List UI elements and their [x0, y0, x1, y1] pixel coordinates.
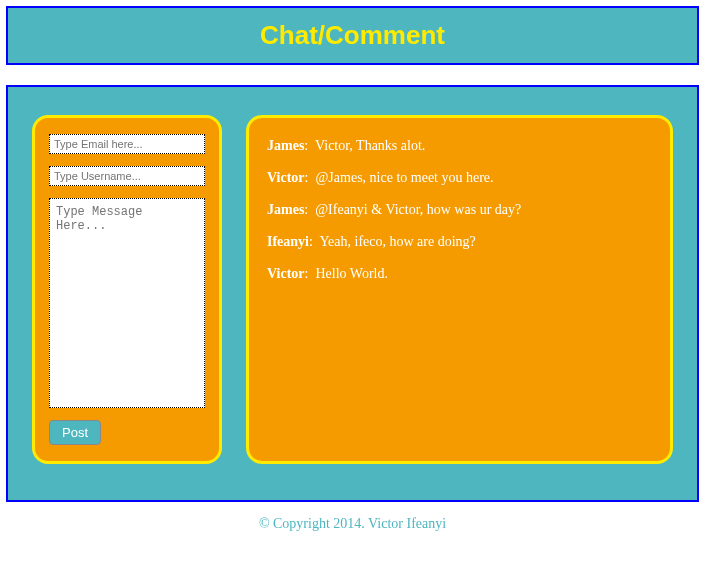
message-item: Ifeanyi: Yeah, ifeco, how are doing? — [267, 234, 652, 250]
email-field[interactable] — [49, 134, 205, 154]
post-button[interactable]: Post — [49, 420, 101, 445]
message-item: Victor: @James, nice to meet you here. — [267, 170, 652, 186]
message-item: James: @Ifeanyi & Victor, how was ur day… — [267, 202, 652, 218]
message-text: Hello World. — [315, 266, 388, 281]
footer: © Copyright 2014. Victor Ifeanyi — [6, 502, 699, 538]
message-text: @Ifeanyi & Victor, how was ur day? — [315, 202, 521, 217]
message-text: Yeah, ifeco, how are doing? — [319, 234, 475, 249]
message-item: James: Victor, Thanks alot. — [267, 138, 652, 154]
message-text: @James, nice to meet you here. — [315, 170, 493, 185]
page-title: Chat/Comment — [8, 20, 697, 51]
header-bar: Chat/Comment — [6, 6, 699, 65]
message-author: James — [267, 138, 304, 153]
message-author: Victor — [267, 266, 305, 281]
compose-panel: Post — [32, 115, 222, 464]
message-item: Victor: Hello World. — [267, 266, 652, 282]
username-field[interactable] — [49, 166, 205, 186]
message-author: James — [267, 202, 304, 217]
message-text: Victor, Thanks alot. — [315, 138, 425, 153]
message-author: Ifeanyi — [267, 234, 309, 249]
copyright-text: © Copyright 2014. Victor Ifeanyi — [259, 516, 446, 531]
message-author: Victor — [267, 170, 305, 185]
main-container: Post James: Victor, Thanks alot. Victor:… — [6, 85, 699, 502]
message-field[interactable] — [49, 198, 205, 408]
messages-panel: James: Victor, Thanks alot. Victor: @Jam… — [246, 115, 673, 464]
